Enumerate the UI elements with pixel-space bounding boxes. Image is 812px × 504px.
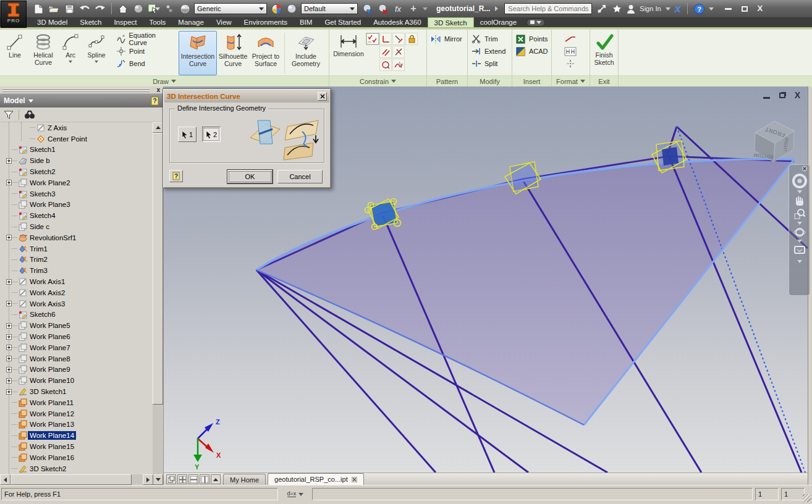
tree-item-revolutionsrf1[interactable]: RevolutionSrf1: [0, 232, 153, 243]
expander-plus-icon[interactable]: [6, 301, 12, 306]
sign-in-button[interactable]: Sign In: [640, 5, 661, 12]
tree-item-work-plane8[interactable]: Work Plane8: [0, 353, 153, 364]
tile-vertical-button[interactable]: [200, 474, 209, 484]
expander-plus-icon[interactable]: [6, 323, 12, 329]
tree-item-sketch4[interactable]: Sketch4: [0, 210, 153, 221]
tree-item-work-plane16[interactable]: Work Plane16: [0, 452, 153, 463]
document-tab-geotutorial-rsp-co-ipt[interactable]: geotutorial_RSP_co...ipt: [268, 473, 364, 485]
ribbon-tab-tools[interactable]: Tools: [143, 17, 172, 27]
split-button[interactable]: Split: [470, 58, 507, 69]
ribbon-tab-inspect[interactable]: Inspect: [108, 17, 143, 27]
mirror-button[interactable]: Mirror: [429, 33, 464, 44]
expander-plus-icon[interactable]: [6, 367, 12, 372]
ribbon-display-options[interactable]: [527, 17, 545, 27]
point-button[interactable]: Point: [114, 46, 176, 57]
expander-plus-icon[interactable]: [6, 356, 12, 361]
panel-label-modify[interactable]: Modify: [468, 75, 512, 86]
scroll-right-button[interactable]: [143, 474, 153, 485]
doc-minimize-button[interactable]: [763, 97, 770, 99]
dialog-help-button[interactable]: ?: [169, 170, 183, 182]
zoom-icon[interactable]: [793, 208, 806, 220]
navigation-wheel-icon[interactable]: [792, 173, 808, 189]
panel-label-pattern[interactable]: Pattern: [427, 75, 467, 86]
finish-sketch-button[interactable]: Finish Sketch: [592, 31, 616, 75]
browser-horizontal-scrollbar[interactable]: [0, 474, 153, 485]
trim-button[interactable]: Trim: [470, 33, 507, 44]
expander-plus-icon[interactable]: [6, 378, 12, 384]
ribbon-tab-autodesk-a360[interactable]: Autodesk A360: [367, 17, 427, 27]
navbar-close-icon[interactable]: [801, 166, 808, 172]
bend-button[interactable]: Bend: [114, 58, 176, 69]
dimension-button[interactable]: Dimension: [331, 31, 366, 75]
wheel-dropdown-arrow[interactable]: [797, 190, 802, 193]
adjust-appearance-button[interactable]: [361, 2, 373, 15]
adjust-material-button[interactable]: [270, 2, 282, 15]
tree-item-trim2[interactable]: Trim2: [0, 254, 153, 266]
tree-item-sketch2[interactable]: Sketch2: [0, 166, 153, 177]
spline-button[interactable]: Spline: [82, 31, 111, 75]
browser-help-icon[interactable]: ?: [151, 96, 159, 106]
close-button[interactable]: X: [758, 6, 763, 12]
ribbon-tab-sketch[interactable]: Sketch: [74, 17, 108, 27]
parameters-button[interactable]: fx: [392, 2, 404, 15]
browser-title-dropdown[interactable]: [28, 99, 33, 103]
browser-close-icon[interactable]: x: [156, 86, 160, 93]
tree-item-work-plane14[interactable]: Work Plane14: [0, 430, 153, 441]
tree-item-sketch1[interactable]: Sketch1: [0, 145, 153, 156]
panel-label-insert[interactable]: Insert: [512, 75, 551, 86]
new-file-button[interactable]: [32, 2, 44, 15]
render-button[interactable]: [179, 2, 191, 15]
tree-item-work-plane13[interactable]: Work Plane13: [0, 419, 153, 430]
doc-restore-button[interactable]: [779, 93, 785, 98]
ribbon-tab-get-started[interactable]: Get Started: [318, 17, 367, 27]
scrollbar-thumb[interactable]: [11, 474, 132, 485]
intersection-curve-button[interactable]: Intersection Curve: [179, 31, 217, 75]
ok-button[interactable]: OK: [227, 170, 273, 183]
tree-item-work-plane7[interactable]: Work Plane7: [0, 342, 153, 353]
appearance-sphere-button[interactable]: [285, 2, 298, 15]
orbit-icon[interactable]: [793, 226, 806, 238]
ribbon-tab-environments[interactable]: Environments: [238, 17, 294, 27]
lock-constraint-button[interactable]: [405, 33, 418, 45]
tree-item-center-point[interactable]: Center Point: [0, 133, 153, 145]
pan-hand-icon[interactable]: [793, 195, 806, 207]
points-button[interactable]: Points: [514, 33, 550, 44]
tree-item-work-plane10[interactable]: Work Plane10: [0, 375, 153, 386]
expander-plus-icon[interactable]: [6, 235, 12, 240]
expand-tabs-button[interactable]: [211, 474, 221, 484]
cascade-windows-button[interactable]: [166, 474, 176, 484]
tree-item-work-axis1[interactable]: Work Axis1: [0, 276, 153, 287]
tree-item-trim3[interactable]: Trim3: [0, 265, 153, 276]
minimize-button[interactable]: [725, 8, 732, 10]
helical-curve-button[interactable]: Helical Curve: [28, 31, 59, 75]
save-button[interactable]: [63, 2, 75, 15]
ribbon-tab-coolorange[interactable]: coolOrange: [474, 17, 523, 27]
tree-item-work-plane5[interactable]: Work Plane5: [0, 320, 153, 331]
tree-item-work-plane2[interactable]: Work Plane2: [0, 177, 153, 188]
expander-plus-icon[interactable]: [6, 389, 12, 395]
favorites-star-icon[interactable]: [612, 4, 622, 14]
parallel-constraint-button[interactable]: [379, 46, 392, 58]
extend-button[interactable]: Extend: [470, 46, 507, 57]
tree-item-z-axis[interactable]: Z Axis: [0, 122, 153, 133]
equation-curve-button[interactable]: Equation Curve: [114, 33, 176, 44]
tree-item-work-plane3[interactable]: Work Plane3: [0, 200, 153, 211]
show-constraints-button[interactable]: [366, 33, 379, 46]
centerline-button[interactable]: [562, 58, 578, 69]
tree-item-work-plane6[interactable]: Work Plane6: [0, 331, 153, 342]
home-button[interactable]: [117, 2, 129, 15]
tree-item-side-c[interactable]: Side c: [0, 221, 153, 232]
coincident-constraint-button[interactable]: [392, 33, 405, 45]
search-binoculars-icon[interactable]: [24, 111, 35, 119]
panel-label-exit[interactable]: Exit: [590, 75, 618, 86]
tree-item-work-axis2[interactable]: Work Axis2: [0, 287, 153, 298]
application-menu-button[interactable]: PRO: [1, 1, 27, 28]
tree-item-work-plane9[interactable]: Work Plane9: [0, 364, 153, 376]
appearance-combo[interactable]: Default: [301, 3, 358, 14]
concentric-constraint-button[interactable]: [379, 59, 392, 71]
scroll-left-button[interactable]: [0, 474, 11, 485]
acad-button[interactable]: ACAD: [514, 46, 550, 57]
visual-style-button[interactable]: [132, 2, 145, 15]
expander-plus-icon[interactable]: [6, 180, 12, 185]
scroll-down-button[interactable]: [153, 474, 163, 485]
